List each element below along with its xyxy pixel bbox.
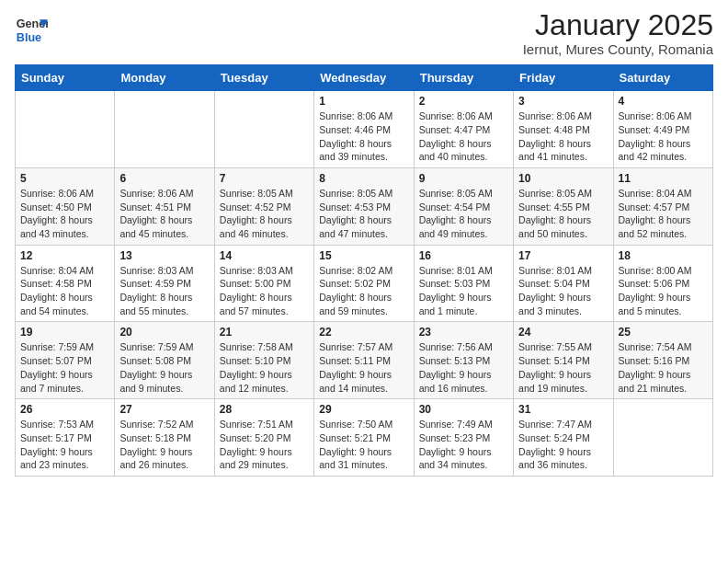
day-number: 5 xyxy=(20,172,109,185)
calendar-cell: 22Sunrise: 7:57 AM Sunset: 5:11 PM Dayli… xyxy=(314,322,414,399)
day-number: 22 xyxy=(319,326,408,339)
calendar-cell xyxy=(16,91,115,168)
calendar-cell: 18Sunrise: 8:00 AM Sunset: 5:06 PM Dayli… xyxy=(613,245,712,322)
calendar-cell: 4Sunrise: 8:06 AM Sunset: 4:49 PM Daylig… xyxy=(613,91,712,168)
logo: General Blue xyxy=(15,13,48,46)
day-info: Sunrise: 8:06 AM Sunset: 4:48 PM Dayligh… xyxy=(518,109,608,164)
calendar: SundayMondayTuesdayWednesdayThursdayFrid… xyxy=(15,64,713,477)
day-number: 25 xyxy=(619,326,708,339)
day-number: 19 xyxy=(20,326,109,339)
day-info: Sunrise: 8:05 AM Sunset: 4:54 PM Dayligh… xyxy=(419,187,508,241)
calendar-cell: 5Sunrise: 8:06 AM Sunset: 4:50 PM Daylig… xyxy=(16,167,115,245)
day-info: Sunrise: 7:59 AM Sunset: 5:07 PM Dayligh… xyxy=(20,340,109,395)
day-number: 13 xyxy=(119,249,209,262)
calendar-cell: 7Sunrise: 8:05 AM Sunset: 4:52 PM Daylig… xyxy=(214,167,313,245)
calendar-cell: 6Sunrise: 8:06 AM Sunset: 4:51 PM Daylig… xyxy=(115,167,214,245)
day-number: 15 xyxy=(319,249,408,262)
day-number: 12 xyxy=(20,249,109,262)
calendar-cell: 8Sunrise: 8:05 AM Sunset: 4:53 PM Daylig… xyxy=(314,167,414,245)
day-number: 27 xyxy=(119,403,209,416)
calendar-cell xyxy=(613,399,712,477)
calendar-cell: 30Sunrise: 7:49 AM Sunset: 5:23 PM Dayli… xyxy=(414,399,513,477)
day-info: Sunrise: 8:06 AM Sunset: 4:51 PM Dayligh… xyxy=(119,187,209,241)
weekday-header-wednesday: Wednesday xyxy=(314,65,414,91)
day-info: Sunrise: 8:04 AM Sunset: 4:57 PM Dayligh… xyxy=(619,187,708,241)
weekday-header-tuesday: Tuesday xyxy=(214,65,313,91)
day-number: 11 xyxy=(619,172,708,185)
calendar-week-1: 5Sunrise: 8:06 AM Sunset: 4:50 PM Daylig… xyxy=(16,167,713,245)
page: General Blue January 2025 Iernut, Mures … xyxy=(0,0,728,491)
calendar-cell: 29Sunrise: 7:50 AM Sunset: 5:21 PM Dayli… xyxy=(314,399,414,477)
day-info: Sunrise: 8:06 AM Sunset: 4:50 PM Dayligh… xyxy=(20,187,109,241)
day-number: 10 xyxy=(518,172,608,185)
day-number: 6 xyxy=(119,172,209,185)
day-info: Sunrise: 8:06 AM Sunset: 4:47 PM Dayligh… xyxy=(419,109,508,164)
day-info: Sunrise: 7:58 AM Sunset: 5:10 PM Dayligh… xyxy=(220,340,309,395)
day-number: 30 xyxy=(419,403,508,416)
day-info: Sunrise: 8:04 AM Sunset: 4:58 PM Dayligh… xyxy=(20,264,109,318)
calendar-cell: 24Sunrise: 7:55 AM Sunset: 5:14 PM Dayli… xyxy=(514,322,613,399)
calendar-cell: 21Sunrise: 7:58 AM Sunset: 5:10 PM Dayli… xyxy=(214,322,313,399)
calendar-cell: 10Sunrise: 8:05 AM Sunset: 4:55 PM Dayli… xyxy=(514,167,613,245)
day-info: Sunrise: 7:56 AM Sunset: 5:13 PM Dayligh… xyxy=(419,340,508,395)
day-number: 9 xyxy=(419,172,508,185)
calendar-cell: 31Sunrise: 7:47 AM Sunset: 5:24 PM Dayli… xyxy=(514,399,613,477)
page-title: January 2025 xyxy=(523,9,713,41)
day-info: Sunrise: 7:52 AM Sunset: 5:18 PM Dayligh… xyxy=(119,418,209,472)
day-info: Sunrise: 7:57 AM Sunset: 5:11 PM Dayligh… xyxy=(319,340,408,395)
calendar-cell: 26Sunrise: 7:53 AM Sunset: 5:17 PM Dayli… xyxy=(16,399,115,477)
calendar-cell: 28Sunrise: 7:51 AM Sunset: 5:20 PM Dayli… xyxy=(214,399,313,477)
weekday-header-monday: Monday xyxy=(115,65,214,91)
day-info: Sunrise: 7:47 AM Sunset: 5:24 PM Dayligh… xyxy=(518,418,608,472)
day-info: Sunrise: 7:55 AM Sunset: 5:14 PM Dayligh… xyxy=(518,340,608,395)
day-info: Sunrise: 7:50 AM Sunset: 5:21 PM Dayligh… xyxy=(319,418,408,472)
day-number: 17 xyxy=(518,249,608,262)
calendar-week-4: 26Sunrise: 7:53 AM Sunset: 5:17 PM Dayli… xyxy=(16,399,713,477)
calendar-cell: 14Sunrise: 8:03 AM Sunset: 5:00 PM Dayli… xyxy=(214,245,313,322)
calendar-cell: 16Sunrise: 8:01 AM Sunset: 5:03 PM Dayli… xyxy=(414,245,513,322)
calendar-cell: 20Sunrise: 7:59 AM Sunset: 5:08 PM Dayli… xyxy=(115,322,214,399)
weekday-header-saturday: Saturday xyxy=(613,65,712,91)
day-number: 31 xyxy=(518,403,608,416)
day-info: Sunrise: 8:03 AM Sunset: 5:00 PM Dayligh… xyxy=(220,264,309,318)
calendar-cell: 3Sunrise: 8:06 AM Sunset: 4:48 PM Daylig… xyxy=(514,91,613,168)
calendar-cell: 19Sunrise: 7:59 AM Sunset: 5:07 PM Dayli… xyxy=(16,322,115,399)
day-info: Sunrise: 7:51 AM Sunset: 5:20 PM Dayligh… xyxy=(220,418,309,472)
day-number: 1 xyxy=(319,95,408,108)
calendar-cell: 1Sunrise: 8:06 AM Sunset: 4:46 PM Daylig… xyxy=(314,91,414,168)
day-number: 2 xyxy=(419,95,508,108)
calendar-cell: 17Sunrise: 8:01 AM Sunset: 5:04 PM Dayli… xyxy=(514,245,613,322)
day-number: 7 xyxy=(220,172,309,185)
calendar-cell: 12Sunrise: 8:04 AM Sunset: 4:58 PM Dayli… xyxy=(16,245,115,322)
calendar-cell: 11Sunrise: 8:04 AM Sunset: 4:57 PM Dayli… xyxy=(613,167,712,245)
calendar-week-0: 1Sunrise: 8:06 AM Sunset: 4:46 PM Daylig… xyxy=(16,91,713,168)
calendar-cell: 15Sunrise: 8:02 AM Sunset: 5:02 PM Dayli… xyxy=(314,245,414,322)
day-info: Sunrise: 7:59 AM Sunset: 5:08 PM Dayligh… xyxy=(119,340,209,395)
weekday-header-friday: Friday xyxy=(514,65,613,91)
svg-text:Blue: Blue xyxy=(17,31,41,44)
calendar-cell: 13Sunrise: 8:03 AM Sunset: 4:59 PM Dayli… xyxy=(115,245,214,322)
day-info: Sunrise: 7:54 AM Sunset: 5:16 PM Dayligh… xyxy=(619,340,708,395)
day-number: 28 xyxy=(220,403,309,416)
day-info: Sunrise: 8:01 AM Sunset: 5:03 PM Dayligh… xyxy=(419,264,508,318)
day-number: 29 xyxy=(319,403,408,416)
day-number: 18 xyxy=(619,249,708,262)
day-number: 8 xyxy=(319,172,408,185)
day-number: 16 xyxy=(419,249,508,262)
calendar-week-2: 12Sunrise: 8:04 AM Sunset: 4:58 PM Dayli… xyxy=(16,245,713,322)
calendar-week-3: 19Sunrise: 7:59 AM Sunset: 5:07 PM Dayli… xyxy=(16,322,713,399)
day-number: 26 xyxy=(20,403,109,416)
day-number: 4 xyxy=(619,95,708,108)
day-info: Sunrise: 8:05 AM Sunset: 4:55 PM Dayligh… xyxy=(518,187,608,241)
calendar-cell xyxy=(115,91,214,168)
logo-icon: General Blue xyxy=(15,13,48,46)
header: General Blue January 2025 Iernut, Mures … xyxy=(15,9,713,57)
day-number: 21 xyxy=(220,326,309,339)
weekday-header-sunday: Sunday xyxy=(16,65,115,91)
day-info: Sunrise: 7:49 AM Sunset: 5:23 PM Dayligh… xyxy=(419,418,508,472)
title-block: January 2025 Iernut, Mures County, Roman… xyxy=(523,9,713,57)
calendar-cell: 27Sunrise: 7:52 AM Sunset: 5:18 PM Dayli… xyxy=(115,399,214,477)
page-subtitle: Iernut, Mures County, Romania xyxy=(523,41,713,57)
day-info: Sunrise: 8:02 AM Sunset: 5:02 PM Dayligh… xyxy=(319,264,408,318)
day-info: Sunrise: 8:05 AM Sunset: 4:53 PM Dayligh… xyxy=(319,187,408,241)
